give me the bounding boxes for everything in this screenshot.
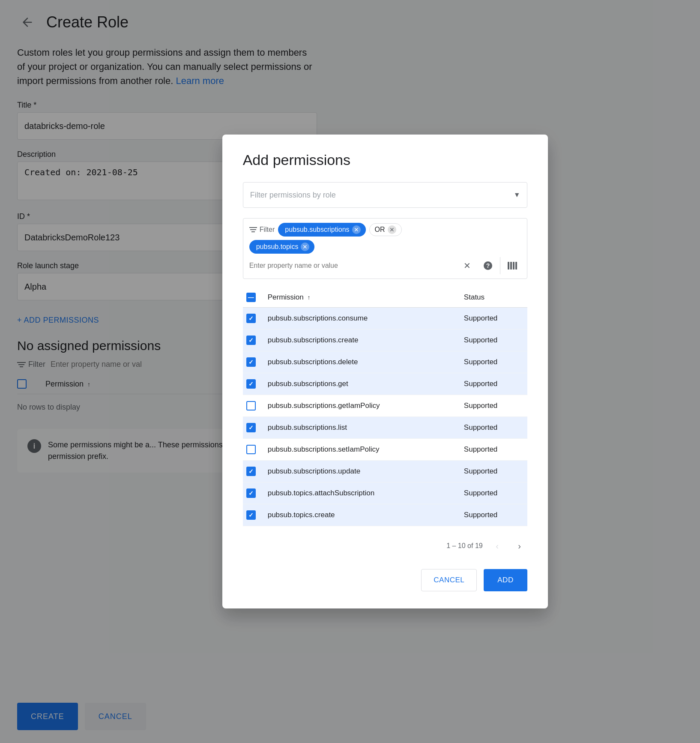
svg-rect-8 <box>508 262 509 270</box>
row-permission: pubsub.subscriptions.get <box>264 373 461 395</box>
row-checkbox-cell <box>243 395 264 417</box>
chip-label-2: pubsub.topics <box>256 243 299 251</box>
row-checkbox-1[interactable]: ✓ <box>246 336 256 345</box>
or-label: OR <box>375 226 385 234</box>
permission-col-header: Permission ↑ <box>264 288 461 308</box>
filter-by-role-dropdown[interactable]: Filter permissions by role <box>243 182 527 208</box>
chip-close-1[interactable]: ✕ <box>352 225 361 234</box>
table-row: ✓pubsub.subscriptions.deleteSupported <box>243 351 527 373</box>
row-checkbox-6[interactable] <box>246 445 256 454</box>
table-row: ✓pubsub.subscriptions.consumeSupported <box>243 308 527 330</box>
next-page-button[interactable]: › <box>512 538 527 554</box>
table-row: ✓pubsub.subscriptions.createSupported <box>243 330 527 351</box>
row-checkbox-cell: ✓ <box>243 351 264 373</box>
row-checkbox-4[interactable] <box>246 401 256 410</box>
help-filter-button[interactable]: ? <box>479 257 497 274</box>
row-checkbox-cell <box>243 439 264 461</box>
chip-row: Filter pubsub.subscriptions ✕ OR ✕ <box>249 223 521 237</box>
table-row: ✓pubsub.subscriptions.updateSupported <box>243 461 527 482</box>
row-checkbox-cell: ✓ <box>243 482 264 504</box>
row-permission: pubsub.subscriptions.consume <box>264 308 461 330</box>
row-checkbox-3[interactable]: ✓ <box>246 379 256 389</box>
svg-rect-10 <box>513 262 515 270</box>
row-permission: pubsub.subscriptions.getIamPolicy <box>264 395 461 417</box>
svg-rect-9 <box>510 262 512 270</box>
divider <box>500 257 500 274</box>
row-status: Supported <box>461 504 527 526</box>
row-status: Supported <box>461 330 527 351</box>
dialog-footer: CANCEL ADD <box>243 559 527 591</box>
row-checkbox-cell: ✓ <box>243 504 264 526</box>
table-row: pubsub.subscriptions.getIamPolicySupport… <box>243 395 527 417</box>
chip-pubsub-topics: pubsub.topics ✕ <box>249 240 315 254</box>
table-row: ✓pubsub.subscriptions.getSupported <box>243 373 527 395</box>
filter-dropdown-wrapper: Filter permissions by role ▼ <box>243 182 527 208</box>
row-checkbox-cell: ✓ <box>243 417 264 439</box>
status-col-header: Status <box>461 288 527 308</box>
columns-button[interactable] <box>504 257 521 274</box>
row-status: Supported <box>461 461 527 482</box>
select-all-th: — <box>243 288 264 308</box>
chip-close-2[interactable]: ✕ <box>301 243 309 251</box>
row-permission: pubsub.subscriptions.setIamPolicy <box>264 439 461 461</box>
row-permission: pubsub.subscriptions.list <box>264 417 461 439</box>
table-header-row: — Permission ↑ Status <box>243 288 527 308</box>
dialog-cancel-button[interactable]: CANCEL <box>421 569 477 591</box>
row-checkbox-5[interactable]: ✓ <box>246 423 256 432</box>
dialog-title: Add permissions <box>243 152 527 168</box>
filter-action-row: ✕ ? <box>249 257 521 274</box>
table-row: pubsub.subscriptions.setIamPolicySupport… <box>243 439 527 461</box>
row-permission: pubsub.topics.attachSubscription <box>264 482 461 504</box>
row-checkbox-cell: ✓ <box>243 330 264 351</box>
row-permission: pubsub.subscriptions.update <box>264 461 461 482</box>
filter-btn-label: Filter <box>260 226 275 234</box>
row-status: Supported <box>461 439 527 461</box>
row-checkbox-7[interactable]: ✓ <box>246 467 256 476</box>
row-permission: pubsub.topics.create <box>264 504 461 526</box>
table-row: ✓pubsub.subscriptions.listSupported <box>243 417 527 439</box>
row-checkbox-9[interactable]: ✓ <box>246 510 256 520</box>
row-checkbox-cell: ✓ <box>243 461 264 482</box>
row-status: Supported <box>461 482 527 504</box>
pagination-row: 1 – 10 of 19 ‹ › <box>243 533 527 559</box>
svg-text:?: ? <box>486 262 490 269</box>
row-checkbox-2[interactable]: ✓ <box>246 357 256 367</box>
row-checkbox-8[interactable]: ✓ <box>246 488 256 498</box>
chip-or: OR ✕ <box>369 223 402 236</box>
filter-chips-area: Filter pubsub.subscriptions ✕ OR ✕ pubsu… <box>243 218 527 279</box>
select-all-checkbox[interactable]: — <box>246 293 256 302</box>
row-permission: pubsub.subscriptions.create <box>264 330 461 351</box>
chip-pubsub-subscriptions: pubsub.subscriptions ✕ <box>278 223 365 237</box>
filter-text-input[interactable] <box>249 262 455 270</box>
chip-row-2: pubsub.topics ✕ <box>249 240 521 254</box>
table-row: ✓pubsub.topics.createSupported <box>243 504 527 526</box>
row-permission: pubsub.subscriptions.delete <box>264 351 461 373</box>
filter-label-button[interactable]: Filter <box>249 224 275 235</box>
row-checkbox-cell: ✓ <box>243 308 264 330</box>
clear-filter-button[interactable]: ✕ <box>459 257 476 274</box>
row-checkbox-cell: ✓ <box>243 373 264 395</box>
chip-or-close[interactable]: ✕ <box>388 225 396 234</box>
row-status: Supported <box>461 351 527 373</box>
table-row: ✓pubsub.topics.attachSubscriptionSupport… <box>243 482 527 504</box>
row-status: Supported <box>461 308 527 330</box>
add-permissions-dialog: Add permissions Filter permissions by ro… <box>222 135 548 608</box>
row-status: Supported <box>461 373 527 395</box>
pagination-text: 1 – 10 of 19 <box>446 542 483 550</box>
permission-sort-icon: ↑ <box>308 294 311 301</box>
svg-rect-11 <box>515 262 517 270</box>
row-status: Supported <box>461 395 527 417</box>
row-checkbox-0[interactable]: ✓ <box>246 314 256 323</box>
dialog-add-button[interactable]: ADD <box>484 569 527 591</box>
chip-label-1: pubsub.subscriptions <box>285 226 349 234</box>
permissions-table: — Permission ↑ Status ✓pubsub.subscripti… <box>243 288 527 526</box>
prev-page-button[interactable]: ‹ <box>490 538 505 554</box>
indeterminate-icon: — <box>248 294 254 301</box>
row-status: Supported <box>461 417 527 439</box>
